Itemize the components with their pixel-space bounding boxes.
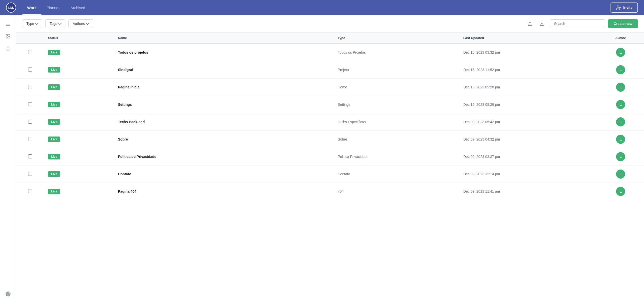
image-icon[interactable] xyxy=(3,31,13,41)
row-type-cell: Settings xyxy=(334,96,459,113)
svg-point-9 xyxy=(7,293,9,295)
tab-archived[interactable]: Archived xyxy=(65,0,90,15)
create-new-button[interactable]: Create new xyxy=(608,19,638,28)
row-checkbox[interactable] xyxy=(28,85,32,89)
row-checkbox[interactable] xyxy=(28,102,32,106)
table-row: Live Todos os projetos Todos os Projetos… xyxy=(16,44,644,61)
row-checkbox[interactable] xyxy=(28,68,32,72)
row-author-cell: L xyxy=(597,183,644,200)
row-status-cell: Live xyxy=(44,131,114,148)
row-checkbox-cell xyxy=(16,165,44,183)
row-updated-cell: Dec 09, 2023 12:14 pm xyxy=(459,165,597,183)
row-status-cell: Live xyxy=(44,61,114,79)
row-checkbox[interactable] xyxy=(28,50,32,54)
row-name-cell: Settings xyxy=(114,96,334,113)
nav-tabs: Work Planned Archived xyxy=(22,0,90,15)
row-updated-cell: Dec 09, 2023 11:41 am xyxy=(459,183,597,200)
row-checkbox[interactable] xyxy=(28,120,32,124)
tags-filter-label: Tags xyxy=(50,22,57,26)
row-author-cell: L xyxy=(597,148,644,165)
row-checkbox-cell xyxy=(16,61,44,79)
row-checkbox[interactable] xyxy=(28,189,32,193)
author-avatar: L xyxy=(616,65,625,74)
row-checkbox-cell xyxy=(16,148,44,165)
row-author-cell: L xyxy=(597,131,644,148)
table-container: Status Name Type Last Updated Author Liv… xyxy=(16,32,644,303)
row-author-cell: L xyxy=(597,113,644,131)
row-type-cell: Techs Especificas xyxy=(334,113,459,131)
row-author-cell: L xyxy=(597,165,644,183)
row-checkbox-cell xyxy=(16,183,44,200)
row-checkbox[interactable] xyxy=(28,172,32,176)
svg-point-0 xyxy=(617,6,619,8)
status-badge: Live xyxy=(48,67,60,73)
row-type-cell: 404 xyxy=(334,183,459,200)
author-avatar: L xyxy=(616,48,625,57)
row-status-cell: Live xyxy=(44,183,114,200)
user-avatar[interactable]: LM. xyxy=(6,3,16,13)
authors-filter-chevron-icon xyxy=(86,21,89,25)
select-all-col xyxy=(16,32,44,44)
tags-filter-button[interactable]: Tags xyxy=(45,19,65,28)
row-name-cell: Contato xyxy=(114,165,334,183)
row-type-cell: Contato xyxy=(334,165,459,183)
upload-icon[interactable] xyxy=(3,43,13,53)
download-toolbar-icon[interactable] xyxy=(538,19,547,28)
row-name-cell: Política de Privacidade xyxy=(114,148,334,165)
table-row: Live Settings Settings Dec 12, 2023 08:2… xyxy=(16,96,644,113)
row-updated-cell: Dec 09, 2023 03:37 pm xyxy=(459,148,597,165)
status-badge: Live xyxy=(48,171,60,177)
row-status-cell: Live xyxy=(44,96,114,113)
status-badge: Live xyxy=(48,154,60,159)
status-col-header: Status xyxy=(44,32,114,44)
table-row: Live Página Inicial Home Dec 13, 2023 05… xyxy=(16,79,644,96)
person-add-icon xyxy=(616,5,621,10)
tab-work[interactable]: Work xyxy=(22,0,42,15)
list-icon[interactable] xyxy=(3,19,13,29)
authors-filter-label: Authors xyxy=(73,22,85,26)
invite-button[interactable]: Invite xyxy=(611,3,638,13)
author-col-header: Author xyxy=(597,32,644,44)
row-updated-cell: Dec 09, 2023 05:42 pm xyxy=(459,113,597,131)
row-checkbox-cell xyxy=(16,96,44,113)
row-checkbox-cell xyxy=(16,113,44,131)
row-type-cell: Home xyxy=(334,79,459,96)
table-row: Live Sobre Sobre Dec 09, 2023 04:32 pm L xyxy=(16,131,644,148)
author-avatar: L xyxy=(616,152,625,161)
main-layout: Type Tags Authors xyxy=(0,15,644,303)
row-name-cell: Techs Back-end xyxy=(114,113,334,131)
table-row: Live Política de Privacidade Politica Pr… xyxy=(16,148,644,165)
content-area: Type Tags Authors xyxy=(16,15,644,303)
invite-label: Invite xyxy=(623,6,632,10)
row-status-cell: Live xyxy=(44,148,114,165)
row-author-cell: L xyxy=(597,61,644,79)
row-name-cell: Sindigraf xyxy=(114,61,334,79)
row-author-cell: L xyxy=(597,96,644,113)
row-type-cell: Sobre xyxy=(334,131,459,148)
upload-toolbar-icon[interactable] xyxy=(526,19,535,28)
sidebar-bottom xyxy=(3,289,13,299)
updated-col-header: Last Updated xyxy=(459,32,597,44)
row-checkbox[interactable] xyxy=(28,137,32,141)
row-updated-cell: Dec 16, 2023 03:32 pm xyxy=(459,44,597,61)
type-filter-chevron-icon xyxy=(35,21,38,25)
row-checkbox[interactable] xyxy=(28,154,32,158)
author-avatar: L xyxy=(616,117,625,126)
tab-planned[interactable]: Planned xyxy=(42,0,65,15)
table-body: Live Todos os projetos Todos os Projetos… xyxy=(16,44,644,200)
name-col-header: Name xyxy=(114,32,334,44)
row-status-cell: Live xyxy=(44,44,114,61)
author-avatar: L xyxy=(616,170,625,179)
settings-icon[interactable] xyxy=(3,289,13,299)
authors-filter-button[interactable]: Authors xyxy=(68,19,93,28)
row-name-cell: Sobre xyxy=(114,131,334,148)
row-status-cell: Live xyxy=(44,79,114,96)
search-input[interactable] xyxy=(550,19,605,28)
type-filter-button[interactable]: Type xyxy=(22,19,42,28)
content-table: Status Name Type Last Updated Author Liv… xyxy=(16,32,644,200)
row-type-cell: Todos os Projetos xyxy=(334,44,459,61)
row-status-cell: Live xyxy=(44,113,114,131)
type-filter-label: Type xyxy=(26,22,34,26)
table-row: Live Contato Contato Dec 09, 2023 12:14 … xyxy=(16,165,644,183)
row-checkbox-cell xyxy=(16,79,44,96)
